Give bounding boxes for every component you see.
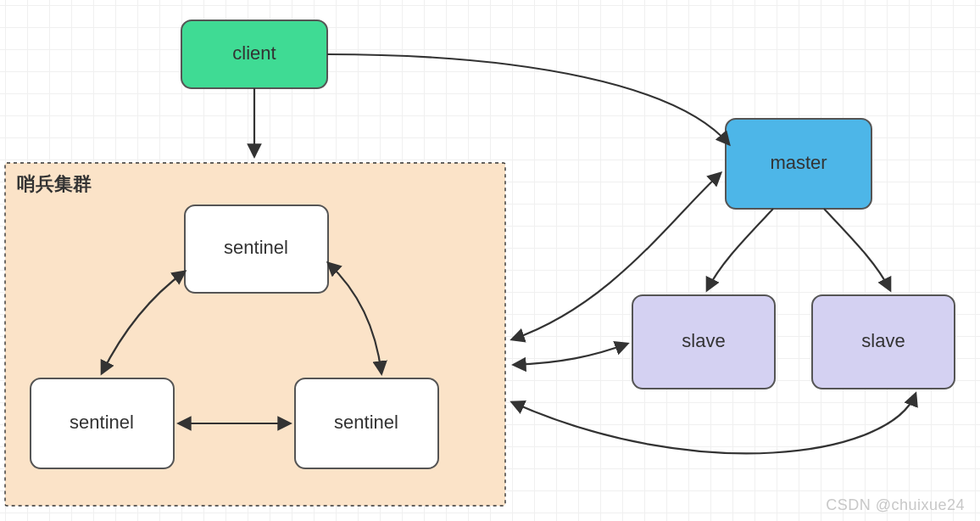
edge-client-to-master [327,54,729,144]
edge-cluster-slave1 [514,344,627,365]
master-node: master [726,119,871,209]
sentinel-left-node: sentinel [31,378,174,468]
slave1-node: slave [632,295,775,389]
edge-master-to-slave2 [824,209,890,290]
slave2-node: slave [812,295,955,389]
sentinel-right-node: sentinel [295,378,438,468]
slave2-label: slave [861,330,905,351]
sentinel-top-node: sentinel [185,205,328,293]
slave1-label: slave [682,330,725,351]
sentinel-top-label: sentinel [224,237,288,258]
master-label: master [770,152,827,173]
cluster-label: 哨兵集群 [17,173,92,194]
sentinel-right-label: sentinel [334,412,398,433]
watermark: CSDN @chuixue24 [826,496,965,514]
edge-cluster-slave2 [512,394,916,453]
diagram-canvas: 哨兵集群 client master slave slave sentinel … [0,0,980,521]
sentinel-left-label: sentinel [70,412,134,433]
client-node: client [181,20,327,88]
edge-master-to-slave1 [707,209,773,290]
client-label: client [232,42,276,64]
